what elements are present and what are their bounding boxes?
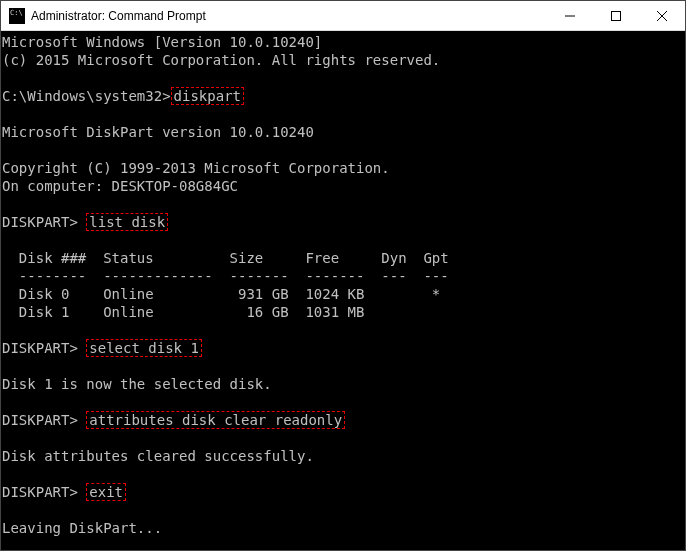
svg-rect-1 [612,12,621,21]
attrib-result: Disk attributes cleared successfully. [2,448,314,464]
minimize-button[interactable] [547,1,593,31]
diskpart-copyright: Copyright (C) 1999-2013 Microsoft Corpor… [2,160,390,176]
close-button[interactable] [639,1,685,31]
minimize-icon [565,11,575,21]
maximize-button[interactable] [593,1,639,31]
window-controls [547,1,685,30]
diskpart-prompt: DISKPART> [2,340,86,356]
version-line: Microsoft Windows [Version 10.0.10240] [2,34,322,50]
cmd-list-disk: list disk [86,213,168,231]
copyright-line: (c) 2015 Microsoft Corporation. All righ… [2,52,440,68]
table-divider: -------- ------------- ------- ------- -… [2,268,449,284]
window-title: Administrator: Command Prompt [31,9,547,23]
table-row: Disk 0 Online 931 GB 1024 KB * [2,286,440,302]
command-prompt-window: Administrator: Command Prompt Microsoft … [0,0,686,551]
maximize-icon [611,11,621,21]
table-header: Disk ### Status Size Free Dyn Gpt [2,250,449,266]
leaving-diskpart: Leaving DiskPart... [2,520,162,536]
diskpart-prompt: DISKPART> [2,412,86,428]
diskpart-computer: On computer: DESKTOP-08G84GC [2,178,238,194]
terminal-output[interactable]: Microsoft Windows [Version 10.0.10240] (… [1,31,685,550]
diskpart-version: Microsoft DiskPart version 10.0.10240 [2,124,314,140]
table-row: Disk 1 Online 16 GB 1031 MB [2,304,364,320]
cmd-exit: exit [86,483,126,501]
select-result: Disk 1 is now the selected disk. [2,376,272,392]
diskpart-prompt: DISKPART> [2,214,86,230]
cmd-icon [9,8,25,24]
prompt-path: C:\Windows\system32> [2,88,171,104]
titlebar[interactable]: Administrator: Command Prompt [1,1,685,31]
cmd-attributes: attributes disk clear readonly [86,411,345,429]
close-icon [657,11,667,21]
cmd-diskpart: diskpart [171,87,244,105]
diskpart-prompt: DISKPART> [2,484,86,500]
cmd-select-disk: select disk 1 [86,339,202,357]
